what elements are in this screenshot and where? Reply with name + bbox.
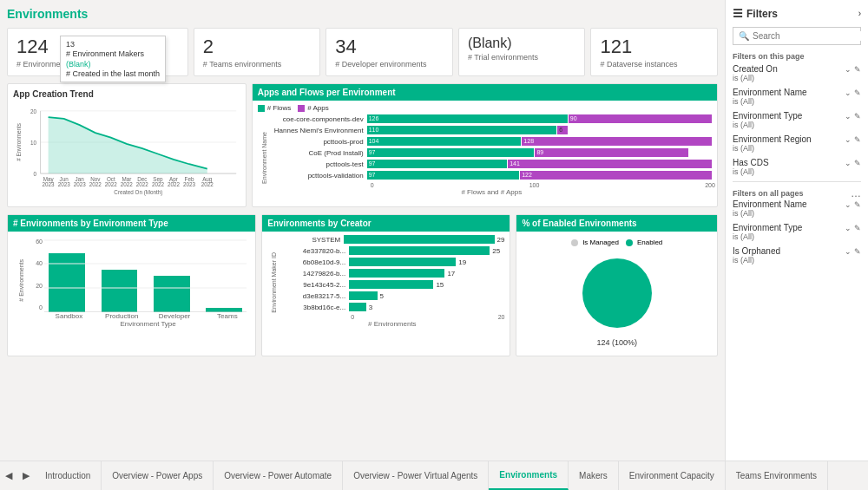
svg-text:2023: 2023 (43, 181, 56, 187)
filter-env-type-edit[interactable]: ✎ (854, 112, 861, 121)
filter-lines-icon: ☰ (733, 7, 743, 20)
filter-all-env-name-value: is (All) (733, 209, 861, 218)
legend-enabled: Enabled (626, 238, 662, 246)
legend-apps: # Apps (298, 104, 328, 112)
filter-is-orphaned-chevron[interactable]: ⌄ (845, 247, 852, 256)
filter-env-name-edit[interactable]: ✎ (854, 88, 861, 97)
filter-divider (733, 181, 861, 182)
svg-text:20: 20 (30, 108, 37, 114)
tab-teams-environments[interactable]: Teams Environments (726, 461, 828, 490)
filter-icons: ⌄ ✎ (845, 65, 861, 74)
filter-chevron[interactable]: ⌄ (845, 65, 852, 74)
tab-next-btn[interactable]: ▶ (17, 461, 35, 490)
filters-all-dots[interactable]: … (851, 187, 861, 199)
filter-has-cds-edit[interactable]: ✎ (854, 159, 861, 167)
filter-env-type-title: Environment Type ⌄ ✎ (733, 111, 861, 121)
filter-edit[interactable]: ✎ (854, 65, 861, 74)
filter-has-cds-value: is (All) (733, 167, 861, 176)
svg-text:2022: 2022 (89, 181, 102, 187)
tab-prev-btn[interactable]: ◀ (0, 461, 17, 490)
search-input[interactable] (753, 31, 863, 41)
filter-env-name-chevron[interactable]: ⌄ (845, 88, 852, 97)
env-type-card: # Environments by Environment Type # Env… (7, 214, 256, 356)
filter-all-env-type-chevron[interactable]: ⌄ (845, 224, 852, 232)
svg-text:2022: 2022 (105, 181, 118, 187)
bar-row-0: coe-core-components-dev 126 90 (272, 114, 712, 123)
apps-flows-card: Apps and Flows per Environment # Flows #… (252, 83, 718, 207)
filter-env-region-edit[interactable]: ✎ (854, 135, 861, 144)
legend-flows: # Flows (258, 104, 292, 112)
filters-all-pages: Filters on all pages … (733, 187, 861, 199)
creator-row-1: 4e337820-b... 25 (279, 246, 504, 255)
filter-env-region-chevron[interactable]: ⌄ (845, 135, 852, 144)
creator-row-2: 6b08e10d-9... 19 (279, 258, 504, 266)
kpi-dataverse: 121 # Dataverse instances (590, 28, 718, 76)
app-creation-trend-card: App Creation Trend 20 10 0 (7, 83, 247, 207)
filters-title: ☰ Filters (733, 7, 778, 20)
bar-row-3: CoE (Prod Install) 97 89 (272, 148, 712, 157)
search-icon: 🔍 (739, 31, 749, 41)
env-creator-chart: Environment Maker ID SYSTEM 29 4e337820-… (267, 235, 504, 330)
svg-text:2022: 2022 (201, 181, 214, 187)
bar-row-2: pcttools-prod 104 128 (272, 137, 712, 146)
creator-bars: SYSTEM 29 4e337820-b... 25 6b08e10d-9... (279, 235, 504, 330)
x-labels: Sandbox Production Developer Teams (29, 312, 250, 320)
enabled-dot (626, 239, 633, 246)
filter-all-env-type: Environment Type ⌄ ✎ is (All) (733, 223, 861, 241)
filter-env-name-value: is (All) (733, 97, 861, 106)
svg-text:0: 0 (34, 171, 37, 177)
filter-all-env-name-edit[interactable]: ✎ (854, 200, 861, 209)
filter-has-cds-chevron[interactable]: ⌄ (845, 159, 852, 167)
kpi-row: 124 # Environments 13 # Environment Make… (7, 28, 718, 76)
env-creator-title: Environments by Creator (262, 215, 510, 232)
creator-y-label-container: Environment Maker ID (267, 235, 279, 330)
apps-flows-legend: # Flows # Apps (258, 104, 712, 112)
filter-env-type-chevron[interactable]: ⌄ (845, 112, 852, 121)
tab-introduction[interactable]: Introduction (35, 461, 102, 490)
env-type-title: # Environments by Environment Type (8, 215, 255, 232)
tabs-bar: ◀ ▶ Introduction Overview - Power Apps O… (0, 461, 868, 490)
env-type-y-label-container: # Environments (13, 235, 29, 326)
filter-env-type-value: is (All) (733, 121, 861, 129)
filters-panel: ☰ Filters › 🔍 Filters on this page Creat… (725, 0, 868, 461)
bar-row-5: pcttools-validation 97 122 (272, 171, 712, 180)
filter-is-orphaned-title: Is Orphaned ⌄ ✎ (733, 246, 861, 256)
tooltip-line1: 13 (66, 40, 160, 49)
filter-has-cds: Has CDS ⌄ ✎ is (All) (733, 158, 861, 176)
env-type-chart: # Environments 60 40 20 0 (13, 235, 250, 326)
env-type-x-label: Environment Type (29, 320, 250, 328)
svg-text:2022: 2022 (152, 181, 165, 187)
kpi-teams: 2 # Teams environments (194, 28, 321, 76)
kpi-trial: (Blank) # Trial environments (458, 28, 586, 76)
pct-enabled-card: % of Enabled Environments Is Managed Ena… (516, 214, 718, 356)
tab-makers[interactable]: Makers (569, 461, 619, 490)
kpi-dataverse-label: # Dataverse instances (600, 60, 708, 69)
tab-power-virtual-agents[interactable]: Overview - Power Virtual Agents (343, 461, 489, 490)
filters-expand-icon[interactable]: › (858, 9, 861, 18)
filter-all-env-name-title: Environment Name ⌄ ✎ (733, 199, 861, 209)
tab-power-automate[interactable]: Overview - Power Automate (214, 461, 343, 490)
env-creator-card: Environments by Creator Environment Make… (261, 214, 510, 356)
kpi-developer-label: # Developer environments (335, 60, 444, 69)
tab-environments[interactable]: Environments (489, 461, 569, 490)
search-box[interactable]: 🔍 (733, 27, 861, 45)
svg-text:2023: 2023 (74, 181, 87, 187)
tab-power-apps[interactable]: Overview - Power Apps (102, 461, 214, 490)
app-creation-trend-title: App Creation Trend (13, 89, 240, 99)
filter-created-on: Created On ⌄ ✎ is (All) (733, 64, 861, 82)
kpi-trial-label: # Trial environments (468, 53, 576, 62)
tab-env-capacity[interactable]: Environment Capacity (619, 461, 726, 490)
svg-text:2023: 2023 (183, 181, 196, 187)
filter-is-orphaned: Is Orphaned ⌄ ✎ is (All) (733, 246, 861, 265)
filter-is-orphaned-edit[interactable]: ✎ (854, 247, 861, 256)
line-chart-svg: 20 10 0 # Environments May 2023 Jun 2023… (13, 102, 240, 198)
apps-flows-chart-area: Environment Name coe-core-components-dev… (258, 114, 712, 201)
charts-row-1: App Creation Trend 20 10 0 (7, 83, 718, 207)
filter-all-env-name-chevron[interactable]: ⌄ (845, 200, 852, 209)
filter-env-region-title: Environment Region ⌄ ✎ (733, 134, 861, 144)
filters-all-label: Filters on all pages (733, 189, 804, 198)
pct-enabled-title: % of Enabled Environments (516, 215, 717, 232)
filter-created-on-name: Created On ⌄ ✎ (733, 64, 861, 74)
filter-all-env-type-edit[interactable]: ✎ (854, 224, 861, 232)
svg-text:10: 10 (30, 140, 37, 146)
